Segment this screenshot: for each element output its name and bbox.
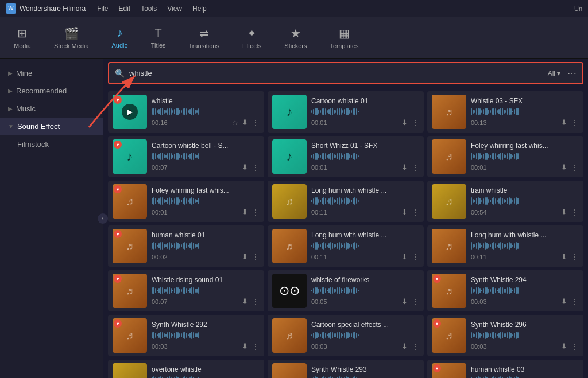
more-btn[interactable]: ⋮	[252, 118, 260, 127]
sound-card-4[interactable]: ♪ Short Whizz 01 - SFX 00:01 ⬇ ⋮	[268, 136, 424, 177]
more-btn[interactable]: ⋮	[252, 163, 260, 172]
sound-card-10[interactable]: ♬ Long hum with whistle ... 00:11 ⬇ ⋮	[268, 225, 424, 267]
more-btn[interactable]: ⋮	[571, 118, 579, 127]
arrow-music: ▶	[8, 106, 13, 112]
more-btn[interactable]: ⋮	[411, 297, 419, 306]
templates-icon: ▦	[339, 26, 350, 40]
download-btn[interactable]: ⬇	[242, 208, 248, 216]
sound-card-1[interactable]: ♪ Cartoon whistle 01 00:01 ⬇ ⋮	[268, 91, 424, 133]
sound-card-18[interactable]: ♬ overtone whistle 00:13 ⬇ ⋮	[108, 360, 264, 378]
more-btn[interactable]: ⋮	[411, 163, 419, 172]
sound-card-0[interactable]: ♥ ▶ ♪ whistle 00:16 ☆ ⬇ ⋮	[108, 91, 264, 133]
sound-info-9: human whistle 01 00:02 ⬇ ⋮	[152, 231, 260, 262]
sound-info-20: human whistle 03 00:02 ⬇ ⋮	[471, 365, 579, 379]
sound-card-19[interactable]: ♬ Synth Whistle 293 00:08 ⬇ ⋮	[268, 360, 424, 378]
more-btn[interactable]: ⋮	[571, 163, 579, 172]
sound-meta-0: 00:16 ☆ ⬇ ⋮	[152, 118, 260, 127]
toolbar-effects[interactable]: ✦ Effects	[238, 24, 266, 52]
sidebar-item-mine[interactable]: ▶ Mine	[0, 64, 103, 82]
more-btn[interactable]: ⋮	[252, 342, 260, 351]
more-btn[interactable]: ⋮	[252, 252, 260, 262]
sound-card-17[interactable]: ♥ ♬ Synth Whistle 296 00:03 ⬇ ⋮	[427, 315, 583, 356]
sidebar-item-recommended[interactable]: ▶ Recommended	[0, 82, 103, 100]
sound-card-8[interactable]: ♬ train whistle 00:54 ⬇ ⋮	[427, 181, 583, 222]
sidebar-item-filmstock[interactable]: Filmstock	[0, 135, 103, 153]
download-btn[interactable]: ⬇	[561, 297, 567, 306]
download-btn[interactable]: ⬇	[401, 342, 408, 350]
search-input[interactable]	[129, 69, 543, 77]
waveform-6	[152, 197, 260, 206]
toolbar-stock-media[interactable]: 🎬 Stock Media	[49, 24, 94, 52]
more-btn[interactable]: ⋮	[411, 208, 419, 217]
toolbar-titles[interactable]: T Titles	[146, 24, 171, 51]
download-btn[interactable]: ⬇	[401, 208, 408, 216]
sound-actions-12: ⬇ ⋮	[242, 297, 260, 306]
download-btn[interactable]: ⬇	[242, 342, 248, 350]
download-btn[interactable]: ⬇	[242, 297, 248, 306]
download-btn[interactable]: ⬇	[242, 118, 248, 127]
sound-card-9[interactable]: ♥ ♬ human whistle 01 00:02 ⬇ ⋮	[108, 225, 264, 267]
menu-edit[interactable]: Edit	[119, 5, 131, 13]
more-btn[interactable]: ⋮	[252, 297, 260, 306]
sound-card-3[interactable]: ♥ ♪ Cartoon whistle bell - S... 00:07 ⬇ …	[108, 136, 264, 177]
toolbar-media[interactable]: ⊞ Media	[9, 24, 36, 52]
title-bar: W Wondershare Filmora File Edit Tools Vi…	[0, 0, 588, 17]
sound-card-11[interactable]: ♬ Long hum with whistle ... 00:11 ⬇ ⋮	[427, 225, 583, 267]
toolbar-stickers[interactable]: ★ Stickers	[280, 24, 311, 52]
sidebar-item-music[interactable]: ▶ Music	[0, 100, 103, 118]
download-btn[interactable]: ⬇	[242, 163, 248, 172]
sidebar-item-sound-effect[interactable]: ▼ Sound Effect	[0, 118, 103, 135]
waveform-7	[311, 197, 419, 206]
sound-card-5[interactable]: ♬ Foley whirring fast whis... 00:01 ⬇ ⋮	[427, 136, 583, 177]
sound-actions-4: ⬇ ⋮	[401, 163, 419, 172]
sound-card-20[interactable]: ♥ ♬ human whistle 03 00:02 ⬇ ⋮	[427, 360, 583, 378]
download-btn[interactable]: ⬇	[401, 163, 408, 172]
sound-title-19: Synth Whistle 293	[311, 365, 419, 373]
more-btn[interactable]: ⋮	[252, 208, 260, 217]
star-btn[interactable]: ☆	[232, 119, 238, 127]
download-btn[interactable]: ⬇	[561, 252, 567, 261]
more-btn[interactable]: ⋮	[411, 342, 419, 351]
sound-actions-17: ⬇ ⋮	[561, 342, 579, 351]
more-btn[interactable]: ⋮	[411, 252, 419, 262]
more-options-btn[interactable]: ⋯	[567, 68, 577, 79]
sound-card-16[interactable]: ♬ Cartoon special effects ... 00:03 ⬇ ⋮	[268, 315, 424, 356]
menu-help[interactable]: Help	[192, 5, 207, 13]
download-btn[interactable]: ⬇	[561, 342, 567, 350]
more-btn[interactable]: ⋮	[571, 252, 579, 262]
more-btn[interactable]: ⋮	[571, 297, 579, 306]
more-btn[interactable]: ⋮	[571, 208, 579, 217]
more-btn[interactable]: ⋮	[411, 118, 419, 127]
menu-view[interactable]: View	[167, 5, 182, 13]
filter-dropdown[interactable]: All ▾	[548, 69, 560, 77]
sound-card-14[interactable]: ♥ ♬ Synth Whistle 294 00:03 ⬇ ⋮	[427, 270, 583, 311]
sound-card-12[interactable]: ♥ ♬ Whistle rising sound 01 00:07 ⬇ ⋮	[108, 270, 264, 311]
download-btn[interactable]: ⬇	[561, 208, 567, 216]
menu-file[interactable]: File	[97, 5, 108, 13]
sidebar-collapse-btn[interactable]: ‹	[98, 213, 108, 224]
sound-meta-11: 00:11 ⬇ ⋮	[471, 252, 579, 262]
thumb-icon: ♬	[272, 363, 307, 378]
sound-info-12: Whistle rising sound 01 00:07 ⬇ ⋮	[152, 276, 260, 306]
play-btn[interactable]: ▶	[122, 104, 138, 120]
toolbar-transitions[interactable]: ⇌ Transitions	[184, 24, 224, 52]
sound-card-2[interactable]: ♬ Whistle 03 - SFX 00:13 ⬇ ⋮	[427, 91, 583, 133]
download-btn[interactable]: ⬇	[401, 252, 408, 261]
download-btn[interactable]: ⬇	[561, 163, 567, 172]
download-btn[interactable]: ⬇	[401, 297, 408, 306]
more-btn[interactable]: ⋮	[571, 342, 579, 351]
download-btn[interactable]: ⬇	[401, 118, 408, 127]
arrow-mine: ▶	[8, 70, 13, 76]
sound-card-15[interactable]: ♥ ♬ Synth Whistle 292 00:03 ⬇ ⋮	[108, 315, 264, 356]
transitions-label: Transitions	[189, 42, 219, 49]
sound-thumb-13: ⊙⊙	[272, 274, 307, 308]
sound-card-6[interactable]: ♥ ♬ Foley whirring fast whis... 00:01 ⬇ …	[108, 181, 264, 222]
transitions-icon: ⇌	[199, 26, 209, 40]
sound-card-13[interactable]: ⊙⊙ whistle of fireworks 00:05 ⬇ ⋮	[268, 270, 424, 311]
download-btn[interactable]: ⬇	[561, 118, 567, 127]
toolbar-templates[interactable]: ▦ Templates	[325, 24, 363, 52]
toolbar-audio[interactable]: ♪ Audio	[107, 24, 133, 51]
menu-tools[interactable]: Tools	[141, 5, 157, 13]
download-btn[interactable]: ⬇	[242, 252, 248, 261]
sound-card-7[interactable]: ♬ Long hum with whistle ... 00:11 ⬇ ⋮	[268, 181, 424, 222]
